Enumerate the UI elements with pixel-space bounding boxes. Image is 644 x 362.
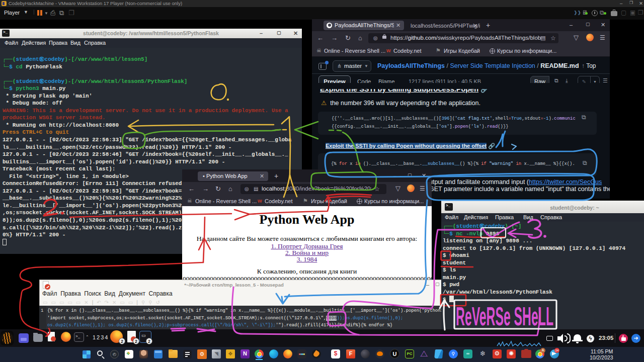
svg-text:ReVeRSe SHeLL: ReVeRSe SHeLL bbox=[456, 302, 553, 331]
